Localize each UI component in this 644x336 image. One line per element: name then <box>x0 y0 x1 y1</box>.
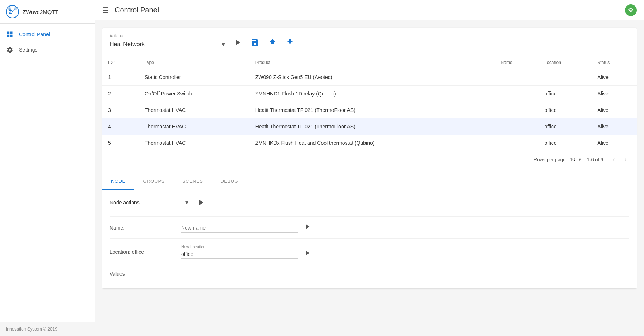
cell-name <box>495 69 539 86</box>
app-title: ZWave2MQTT <box>23 9 58 15</box>
tab-scenes[interactable]: SCENES <box>174 173 212 190</box>
main-card: Actions Heal NetworkBackupRestore ▾ <box>102 28 637 288</box>
svg-rect-7 <box>10 32 13 34</box>
cell-status: Alive <box>591 118 637 135</box>
cell-type: Thermostat HVAC <box>139 102 249 118</box>
node-actions-bar: Node actions Ping Refresh Info Remove Fa… <box>110 196 629 217</box>
cell-id: 2 <box>102 86 139 102</box>
tab-debug[interactable]: DEBUG <box>212 173 247 190</box>
cell-location <box>538 69 591 86</box>
cell-product: ZW090 Z-Stick Gen5 EU (Aeotec) <box>249 69 495 86</box>
content-area: Actions Heal NetworkBackupRestore ▾ <box>95 20 644 336</box>
col-product: Product <box>249 56 495 69</box>
cell-name <box>495 102 539 118</box>
col-id[interactable]: ID ↑ <box>102 56 139 69</box>
cell-product: Heatit Thermostat TF 021 (ThermoFloor AS… <box>249 118 495 135</box>
tab-node[interactable]: NODE <box>102 173 134 190</box>
cell-location: office <box>538 118 591 135</box>
sidebar-header: Z ZWave2MQTT <box>0 0 95 24</box>
nodes-table: ID ↑ Type Product Name Location Status 1… <box>102 56 637 151</box>
col-name: Name <box>495 56 539 69</box>
col-location: Location <box>538 56 591 69</box>
values-label: Values <box>110 271 125 277</box>
table-row[interactable]: 5Thermostat HVACZMNHKDx Flush Heat and C… <box>102 135 637 151</box>
prev-page-button[interactable]: ‹ <box>609 154 619 165</box>
name-input[interactable] <box>181 223 298 233</box>
send-name-button[interactable] <box>302 223 313 233</box>
send-location-button[interactable] <box>302 249 313 259</box>
location-sublabel: New Location <box>181 245 298 249</box>
svg-rect-6 <box>7 32 10 34</box>
cell-product: ZMNHKDx Flush Heat and Cool thermostat (… <box>249 135 495 151</box>
pagination: Rows per page: 10 5 25 50 ▾ 1-6 of 6 <box>102 151 637 167</box>
rows-per-page-select[interactable]: 10 5 25 50 <box>570 156 581 163</box>
grid-icon <box>6 30 14 38</box>
sidebar-item-label-settings: Settings <box>19 47 38 53</box>
tab-groups[interactable]: GROUPS <box>134 173 174 190</box>
cell-location: office <box>538 86 591 102</box>
svg-line-5 <box>12 9 15 12</box>
cell-status: Alive <box>591 86 637 102</box>
nodes-tbody: 1Static ControllerZW090 Z-Stick Gen5 EU … <box>102 69 637 151</box>
sidebar-item-control-panel[interactable]: Control Panel <box>0 27 95 42</box>
cell-type: Thermostat HVAC <box>139 135 249 151</box>
app-logo: Z <box>6 5 19 18</box>
run-node-action-button[interactable] <box>194 196 207 209</box>
cell-id: 5 <box>102 135 139 151</box>
gear-icon <box>6 46 14 54</box>
name-label: Name: <box>110 225 175 231</box>
main-area: ☰ Control Panel Actions Heal NetworkBack… <box>95 0 644 336</box>
table-row[interactable]: 1Static ControllerZW090 Z-Stick Gen5 EU … <box>102 69 637 86</box>
save-button[interactable] <box>248 36 262 49</box>
rows-per-page-wrapper: 10 5 25 50 ▾ <box>570 156 581 163</box>
location-input-group: New Location <box>181 245 298 259</box>
name-input-wrap <box>181 223 629 233</box>
rows-per-page-label: Rows per page: <box>534 157 567 162</box>
cell-name <box>495 118 539 135</box>
menu-icon[interactable]: ☰ <box>102 6 109 15</box>
table-row[interactable]: 3Thermostat HVACHeatit Thermostat TF 021… <box>102 102 637 118</box>
connection-status-icon <box>625 4 637 16</box>
actions-select-wrapper: Heal NetworkBackupRestore ▾ <box>110 39 226 49</box>
page-navigation: ‹ › <box>609 154 631 165</box>
cell-product: Heatit Thermostat TF 021 (ThermoFloor AS… <box>249 102 495 118</box>
cell-id: 3 <box>102 102 139 118</box>
run-action-button[interactable] <box>231 36 244 49</box>
cell-location: office <box>538 135 591 151</box>
cell-type: Thermostat HVAC <box>139 118 249 135</box>
cell-location: office <box>538 102 591 118</box>
name-field-row: Name: <box>110 217 629 239</box>
sidebar-nav: Control Panel Settings <box>0 24 95 322</box>
col-type: Type <box>139 56 249 69</box>
nodes-table-wrapper: ID ↑ Type Product Name Location Status 1… <box>102 56 637 167</box>
download-button[interactable] <box>283 36 297 49</box>
node-actions-select-wrap: Node actions Ping Refresh Info Remove Fa… <box>110 198 190 207</box>
tabs-bar: NODE GROUPS SCENES DEBUG <box>102 173 637 190</box>
actions-select-wrap: Actions Heal NetworkBackupRestore ▾ <box>110 34 226 49</box>
topbar: ☰ Control Panel <box>95 0 644 20</box>
cell-id: 4 <box>102 118 139 135</box>
sidebar-item-settings[interactable]: Settings <box>0 42 95 57</box>
node-panel: Node actions Ping Refresh Info Remove Fa… <box>102 190 637 288</box>
cell-status: Alive <box>591 135 637 151</box>
cell-type: Static Controller <box>139 69 249 86</box>
table-row[interactable]: 2On/Off Power SwitchZMNHND1 Flush 1D rel… <box>102 86 637 102</box>
sidebar-item-label-control-panel: Control Panel <box>19 31 50 37</box>
actions-label: Actions <box>110 34 226 38</box>
node-actions-select[interactable]: Node actions Ping Refresh Info Remove Fa… <box>110 198 190 207</box>
cell-status: Alive <box>591 102 637 118</box>
upload-button[interactable] <box>266 36 279 49</box>
cell-product: ZMNHND1 Flush 1D relay (Qubino) <box>249 86 495 102</box>
topbar-title: Control Panel <box>115 6 159 14</box>
table-row[interactable]: 4Thermostat HVACHeatit Thermostat TF 021… <box>102 118 637 135</box>
actions-select[interactable]: Heal NetworkBackupRestore <box>110 39 226 49</box>
location-input-wrap: New Location <box>181 245 629 259</box>
svg-rect-8 <box>7 35 10 37</box>
actions-bar: Actions Heal NetworkBackupRestore ▾ <box>102 28 637 56</box>
page-range: 1-6 of 6 <box>587 157 603 162</box>
cell-name <box>495 135 539 151</box>
cell-status: Alive <box>591 69 637 86</box>
next-page-button[interactable]: › <box>621 154 631 165</box>
location-input[interactable] <box>181 250 298 259</box>
cell-name <box>495 86 539 102</box>
